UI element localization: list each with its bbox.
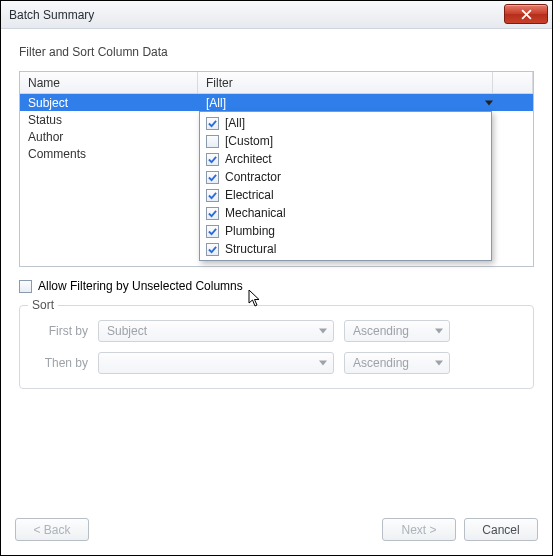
filter-dropdown[interactable]: [All][Custom]ArchitectContractorElectric…: [199, 111, 492, 261]
filter-option[interactable]: Contractor: [200, 168, 491, 186]
filter-option-label: Structural: [225, 242, 276, 256]
chevron-down-icon: [435, 361, 443, 366]
filter-option[interactable]: Electrical: [200, 186, 491, 204]
filter-option-label: [All]: [225, 116, 245, 130]
filter-option[interactable]: [Custom]: [200, 132, 491, 150]
filter-option-checkbox[interactable]: [206, 171, 219, 184]
filter-option-label: Contractor: [225, 170, 281, 184]
sort-first-label: First by: [32, 324, 88, 338]
filter-option[interactable]: Structural: [200, 240, 491, 258]
filter-option-checkbox[interactable]: [206, 207, 219, 220]
sort-group: Sort First by Subject Ascending Then by …: [19, 305, 534, 389]
column-header-spacer: [493, 72, 533, 93]
sort-then-combo[interactable]: [98, 352, 334, 374]
sort-then-order-value: Ascending: [353, 356, 409, 370]
allow-filtering-checkbox[interactable]: [19, 280, 32, 293]
section-label: Filter and Sort Column Data: [19, 45, 538, 59]
chevron-down-icon: [435, 329, 443, 334]
sort-first-order-value: Ascending: [353, 324, 409, 338]
back-button[interactable]: < Back: [15, 518, 89, 541]
filter-option[interactable]: Architect: [200, 150, 491, 168]
filter-option-checkbox[interactable]: [206, 189, 219, 202]
column-header-name[interactable]: Name: [20, 72, 198, 93]
row-name-cell: Comments: [20, 147, 198, 161]
allow-filtering-label: Allow Filtering by Unselected Columns: [38, 279, 243, 293]
grid-row[interactable]: Subject[All]: [20, 94, 533, 111]
chevron-down-icon: [319, 329, 327, 334]
row-filter-cell[interactable]: [All]: [198, 96, 533, 110]
filter-option-checkbox[interactable]: [206, 135, 219, 148]
close-button[interactable]: [504, 4, 548, 24]
filter-option-label: Architect: [225, 152, 272, 166]
filter-option-label: [Custom]: [225, 134, 273, 148]
filter-option-checkbox[interactable]: [206, 117, 219, 130]
row-name-cell: Author: [20, 130, 198, 144]
sort-legend: Sort: [28, 298, 58, 312]
filter-option-checkbox[interactable]: [206, 153, 219, 166]
filter-option[interactable]: Plumbing: [200, 222, 491, 240]
column-header-filter[interactable]: Filter: [198, 72, 493, 93]
chevron-down-icon: [319, 361, 327, 366]
row-name-cell: Subject: [20, 96, 198, 110]
row-name-cell: Status: [20, 113, 198, 127]
sort-first-combo[interactable]: Subject: [98, 320, 334, 342]
cancel-button[interactable]: Cancel: [464, 518, 538, 541]
filter-option-checkbox[interactable]: [206, 243, 219, 256]
sort-first-value: Subject: [107, 324, 147, 338]
filter-option-label: Mechanical: [225, 206, 286, 220]
filter-option-checkbox[interactable]: [206, 225, 219, 238]
filter-option[interactable]: Mechanical: [200, 204, 491, 222]
next-button[interactable]: Next >: [382, 518, 456, 541]
allow-filtering-row[interactable]: Allow Filtering by Unselected Columns: [19, 279, 534, 293]
columns-grid: Name Filter Subject[All]StatusAuthorComm…: [19, 71, 534, 267]
sort-then-label: Then by: [32, 356, 88, 370]
chevron-down-icon: [485, 100, 493, 105]
filter-option-label: Electrical: [225, 188, 274, 202]
sort-first-order-combo[interactable]: Ascending: [344, 320, 450, 342]
close-icon: [521, 9, 532, 20]
filter-option[interactable]: [All]: [200, 114, 491, 132]
sort-then-order-combo[interactable]: Ascending: [344, 352, 450, 374]
window-title: Batch Summary: [9, 8, 94, 22]
filter-option-label: Plumbing: [225, 224, 275, 238]
